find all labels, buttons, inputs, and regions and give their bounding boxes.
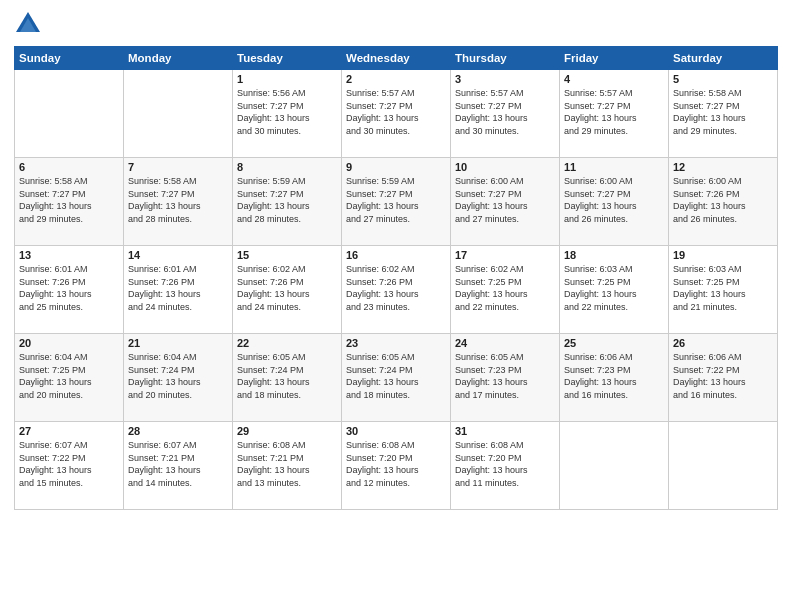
calendar-cell: 9Sunrise: 5:59 AM Sunset: 7:27 PM Daylig… [342,158,451,246]
day-number: 19 [673,249,773,261]
day-info: Sunrise: 5:58 AM Sunset: 7:27 PM Dayligh… [128,175,228,225]
weekday-header: Friday [560,47,669,70]
calendar-cell: 18Sunrise: 6:03 AM Sunset: 7:25 PM Dayli… [560,246,669,334]
calendar-cell: 6Sunrise: 5:58 AM Sunset: 7:27 PM Daylig… [15,158,124,246]
calendar-cell [15,70,124,158]
calendar-cell: 14Sunrise: 6:01 AM Sunset: 7:26 PM Dayli… [124,246,233,334]
day-number: 1 [237,73,337,85]
weekday-header: Monday [124,47,233,70]
day-info: Sunrise: 5:56 AM Sunset: 7:27 PM Dayligh… [237,87,337,137]
day-info: Sunrise: 5:58 AM Sunset: 7:27 PM Dayligh… [673,87,773,137]
day-number: 27 [19,425,119,437]
calendar-cell: 16Sunrise: 6:02 AM Sunset: 7:26 PM Dayli… [342,246,451,334]
day-number: 5 [673,73,773,85]
day-number: 16 [346,249,446,261]
calendar-cell: 19Sunrise: 6:03 AM Sunset: 7:25 PM Dayli… [669,246,778,334]
calendar-cell [560,422,669,510]
day-info: Sunrise: 6:07 AM Sunset: 7:22 PM Dayligh… [19,439,119,489]
day-info: Sunrise: 6:00 AM Sunset: 7:27 PM Dayligh… [455,175,555,225]
calendar-cell: 28Sunrise: 6:07 AM Sunset: 7:21 PM Dayli… [124,422,233,510]
calendar-week-row: 20Sunrise: 6:04 AM Sunset: 7:25 PM Dayli… [15,334,778,422]
calendar-cell: 7Sunrise: 5:58 AM Sunset: 7:27 PM Daylig… [124,158,233,246]
day-number: 13 [19,249,119,261]
day-info: Sunrise: 6:02 AM Sunset: 7:26 PM Dayligh… [237,263,337,313]
day-info: Sunrise: 5:58 AM Sunset: 7:27 PM Dayligh… [19,175,119,225]
calendar-week-row: 27Sunrise: 6:07 AM Sunset: 7:22 PM Dayli… [15,422,778,510]
day-number: 14 [128,249,228,261]
day-info: Sunrise: 6:03 AM Sunset: 7:25 PM Dayligh… [564,263,664,313]
calendar-cell [669,422,778,510]
day-info: Sunrise: 6:03 AM Sunset: 7:25 PM Dayligh… [673,263,773,313]
day-number: 30 [346,425,446,437]
day-info: Sunrise: 5:57 AM Sunset: 7:27 PM Dayligh… [346,87,446,137]
calendar-cell: 1Sunrise: 5:56 AM Sunset: 7:27 PM Daylig… [233,70,342,158]
calendar-cell: 20Sunrise: 6:04 AM Sunset: 7:25 PM Dayli… [15,334,124,422]
day-number: 28 [128,425,228,437]
calendar-header-row: SundayMondayTuesdayWednesdayThursdayFrid… [15,47,778,70]
weekday-header: Wednesday [342,47,451,70]
calendar-cell: 25Sunrise: 6:06 AM Sunset: 7:23 PM Dayli… [560,334,669,422]
day-number: 23 [346,337,446,349]
day-number: 31 [455,425,555,437]
day-number: 21 [128,337,228,349]
day-info: Sunrise: 6:01 AM Sunset: 7:26 PM Dayligh… [128,263,228,313]
day-info: Sunrise: 5:57 AM Sunset: 7:27 PM Dayligh… [564,87,664,137]
day-number: 7 [128,161,228,173]
day-number: 20 [19,337,119,349]
logo [14,10,46,38]
day-number: 2 [346,73,446,85]
day-info: Sunrise: 6:02 AM Sunset: 7:26 PM Dayligh… [346,263,446,313]
calendar-cell [124,70,233,158]
weekday-header: Saturday [669,47,778,70]
day-number: 26 [673,337,773,349]
calendar-cell: 30Sunrise: 6:08 AM Sunset: 7:20 PM Dayli… [342,422,451,510]
day-info: Sunrise: 5:57 AM Sunset: 7:27 PM Dayligh… [455,87,555,137]
header [14,10,778,38]
day-info: Sunrise: 6:05 AM Sunset: 7:24 PM Dayligh… [346,351,446,401]
day-info: Sunrise: 6:04 AM Sunset: 7:24 PM Dayligh… [128,351,228,401]
calendar-cell: 21Sunrise: 6:04 AM Sunset: 7:24 PM Dayli… [124,334,233,422]
day-info: Sunrise: 6:05 AM Sunset: 7:24 PM Dayligh… [237,351,337,401]
day-number: 8 [237,161,337,173]
day-number: 25 [564,337,664,349]
day-info: Sunrise: 6:08 AM Sunset: 7:20 PM Dayligh… [346,439,446,489]
calendar-cell: 8Sunrise: 5:59 AM Sunset: 7:27 PM Daylig… [233,158,342,246]
day-info: Sunrise: 6:02 AM Sunset: 7:25 PM Dayligh… [455,263,555,313]
calendar-table: SundayMondayTuesdayWednesdayThursdayFrid… [14,46,778,510]
day-info: Sunrise: 5:59 AM Sunset: 7:27 PM Dayligh… [237,175,337,225]
day-info: Sunrise: 6:05 AM Sunset: 7:23 PM Dayligh… [455,351,555,401]
calendar-cell: 17Sunrise: 6:02 AM Sunset: 7:25 PM Dayli… [451,246,560,334]
day-number: 24 [455,337,555,349]
calendar-cell: 4Sunrise: 5:57 AM Sunset: 7:27 PM Daylig… [560,70,669,158]
calendar-week-row: 6Sunrise: 5:58 AM Sunset: 7:27 PM Daylig… [15,158,778,246]
day-number: 29 [237,425,337,437]
day-number: 6 [19,161,119,173]
calendar-cell: 22Sunrise: 6:05 AM Sunset: 7:24 PM Dayli… [233,334,342,422]
day-number: 10 [455,161,555,173]
calendar-week-row: 1Sunrise: 5:56 AM Sunset: 7:27 PM Daylig… [15,70,778,158]
day-info: Sunrise: 6:00 AM Sunset: 7:27 PM Dayligh… [564,175,664,225]
calendar-cell: 2Sunrise: 5:57 AM Sunset: 7:27 PM Daylig… [342,70,451,158]
day-info: Sunrise: 6:04 AM Sunset: 7:25 PM Dayligh… [19,351,119,401]
day-number: 12 [673,161,773,173]
calendar-cell: 10Sunrise: 6:00 AM Sunset: 7:27 PM Dayli… [451,158,560,246]
calendar-week-row: 13Sunrise: 6:01 AM Sunset: 7:26 PM Dayli… [15,246,778,334]
day-number: 17 [455,249,555,261]
day-info: Sunrise: 6:08 AM Sunset: 7:21 PM Dayligh… [237,439,337,489]
calendar-cell: 13Sunrise: 6:01 AM Sunset: 7:26 PM Dayli… [15,246,124,334]
calendar-cell: 26Sunrise: 6:06 AM Sunset: 7:22 PM Dayli… [669,334,778,422]
calendar-cell: 23Sunrise: 6:05 AM Sunset: 7:24 PM Dayli… [342,334,451,422]
weekday-header: Sunday [15,47,124,70]
logo-icon [14,10,42,38]
day-info: Sunrise: 5:59 AM Sunset: 7:27 PM Dayligh… [346,175,446,225]
day-info: Sunrise: 6:06 AM Sunset: 7:22 PM Dayligh… [673,351,773,401]
day-number: 4 [564,73,664,85]
calendar-cell: 5Sunrise: 5:58 AM Sunset: 7:27 PM Daylig… [669,70,778,158]
day-info: Sunrise: 6:08 AM Sunset: 7:20 PM Dayligh… [455,439,555,489]
day-number: 11 [564,161,664,173]
day-info: Sunrise: 6:07 AM Sunset: 7:21 PM Dayligh… [128,439,228,489]
day-number: 9 [346,161,446,173]
day-info: Sunrise: 6:06 AM Sunset: 7:23 PM Dayligh… [564,351,664,401]
calendar-cell: 12Sunrise: 6:00 AM Sunset: 7:26 PM Dayli… [669,158,778,246]
day-number: 3 [455,73,555,85]
